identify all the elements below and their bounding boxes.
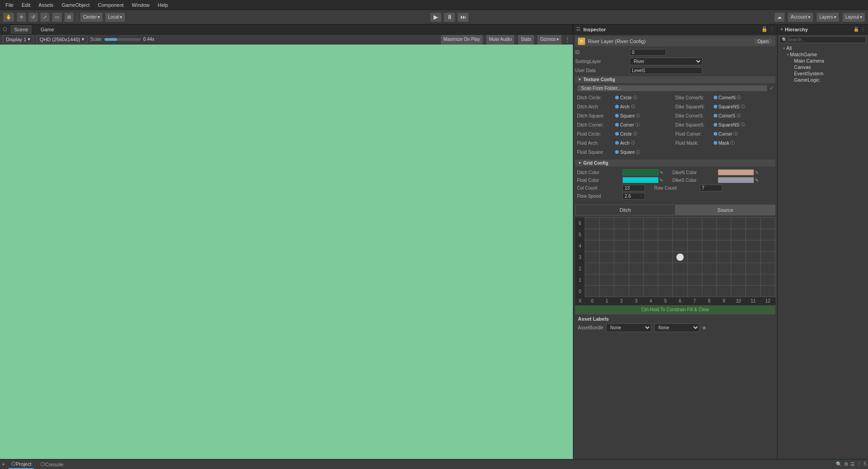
- ditch-circle-info[interactable]: ⓘ: [633, 95, 637, 101]
- grid-cell-4-12[interactable]: [760, 240, 775, 252]
- grid-cell-3-12[interactable]: [760, 252, 775, 263]
- asset-labels-icon[interactable]: ⊕: [702, 325, 706, 330]
- grid-cell-6-11[interactable]: [746, 218, 760, 229]
- grid-cell-0-1[interactable]: [600, 286, 614, 297]
- dike-squares-info[interactable]: ⓘ: [741, 122, 745, 128]
- asset-bundle-select[interactable]: None: [606, 323, 651, 332]
- id-field[interactable]: [630, 49, 666, 56]
- rect-tool[interactable]: ▭: [52, 12, 62, 22]
- play-button[interactable]: ▶: [430, 12, 442, 22]
- sortinglayer-dropdown[interactable]: River: [630, 58, 702, 65]
- grid-cell-4-2[interactable]: [614, 240, 629, 252]
- userdata-field[interactable]: [630, 67, 702, 74]
- grid-cell-3-3[interactable]: [629, 252, 643, 263]
- grid-cell-6-1[interactable]: [600, 218, 614, 229]
- ditch-arch-info[interactable]: ⓘ: [631, 104, 635, 110]
- grid-cell-1-0[interactable]: [585, 274, 599, 286]
- row-count-field[interactable]: [700, 185, 722, 191]
- grid-cell-4-3[interactable]: [629, 240, 643, 252]
- grid-cell-1-10[interactable]: [731, 274, 746, 286]
- grid-cell-2-2[interactable]: [614, 263, 629, 274]
- diken-color-pencil[interactable]: ✎: [755, 170, 759, 175]
- game-tab[interactable]: Game: [35, 27, 59, 32]
- account-btn[interactable]: Account ▾: [788, 12, 814, 22]
- grid-cell-6-5[interactable]: [658, 218, 673, 229]
- grid-cell-3-7[interactable]: [687, 252, 702, 263]
- fluid-color-swatch[interactable]: [622, 177, 659, 183]
- add-icon[interactable]: +: [2, 461, 5, 468]
- grid-cell-5-12[interactable]: [760, 229, 775, 240]
- grid-cell-5-1[interactable]: [600, 229, 614, 240]
- layout-btn[interactable]: Layout ▾: [842, 12, 865, 22]
- grid-cell-3-2[interactable]: [614, 252, 629, 263]
- project-filter-icon[interactable]: ☰: [850, 461, 855, 467]
- display-dropdown[interactable]: Display 1 ▾: [3, 35, 34, 44]
- fluid-arch-info[interactable]: ⓘ: [631, 140, 635, 146]
- texture-config-header[interactable]: ▼ Texture Config: [575, 76, 775, 83]
- dike-corners-info[interactable]: ⓘ: [737, 113, 741, 119]
- move-tool[interactable]: ✛: [16, 12, 26, 22]
- menu-help[interactable]: Help: [154, 1, 172, 9]
- hierarchy-eventsystem[interactable]: EventSystem: [779, 70, 866, 77]
- grid-cell-3-1[interactable]: [600, 252, 614, 263]
- fluid-circle-info[interactable]: ⓘ: [633, 131, 637, 137]
- grid-cell-4-4[interactable]: [643, 240, 658, 252]
- grid-cell-0-9[interactable]: [716, 286, 731, 297]
- grid-cell-2-5[interactable]: [658, 263, 673, 274]
- grid-cell-6-4[interactable]: [643, 218, 658, 229]
- grid-cell-3-11[interactable]: [746, 252, 760, 263]
- project-search-icon[interactable]: 🔍: [836, 461, 842, 467]
- grid-cell-4-10[interactable]: [731, 240, 746, 252]
- scene-canvas[interactable]: [0, 44, 573, 459]
- grid-cell-1-1[interactable]: [600, 274, 614, 286]
- fluid-mask-info[interactable]: ⓘ: [730, 140, 735, 146]
- hierarchy-gamelogic[interactable]: GameLogic: [779, 77, 866, 83]
- grid-cell-4-6[interactable]: [673, 240, 687, 252]
- grid-cell-4-8[interactable]: [702, 240, 716, 252]
- grid-cell-2-4[interactable]: [643, 263, 658, 274]
- grid-cell-6-10[interactable]: [731, 218, 746, 229]
- dike-cornern-info[interactable]: ⓘ: [737, 95, 741, 101]
- pause-button[interactable]: ⏸: [444, 12, 455, 22]
- grid-cell-2-8[interactable]: [702, 263, 716, 274]
- cloud-btn[interactable]: ☁: [774, 12, 785, 22]
- hierarchy-canvas[interactable]: Canvas: [779, 64, 866, 70]
- grid-cell-0-7[interactable]: [687, 286, 702, 297]
- grid-cell-0-11[interactable]: [746, 286, 760, 297]
- ditch-square-info[interactable]: ⓘ: [636, 113, 640, 119]
- grid-cell-1-6[interactable]: [673, 274, 687, 286]
- tab-console[interactable]: ⬡ Console: [38, 459, 66, 469]
- grid-cell-1-12[interactable]: [760, 274, 775, 286]
- grid-cell-2-11[interactable]: [746, 263, 760, 274]
- grid-cell-4-5[interactable]: [658, 240, 673, 252]
- custom-tool[interactable]: ⊞: [64, 12, 74, 22]
- grid-cell-1-11[interactable]: [746, 274, 760, 286]
- grid-cell-5-3[interactable]: [629, 229, 643, 240]
- grid-cell-3-0[interactable]: [585, 252, 599, 263]
- maximize-btn[interactable]: Maximize On Play: [440, 34, 483, 44]
- grid-cell-2-3[interactable]: [629, 263, 643, 274]
- hierarchy-menu[interactable]: ⋮: [861, 27, 865, 32]
- scene-menu-icon[interactable]: ⋮: [565, 36, 570, 43]
- ditch-color-pencil[interactable]: ✎: [660, 170, 663, 175]
- hierarchy-all[interactable]: ▾ All: [779, 45, 866, 51]
- grid-cell-6-2[interactable]: [614, 218, 629, 229]
- grid-cell-0-2[interactable]: [614, 286, 629, 297]
- grid-cell-3-4[interactable]: [643, 252, 658, 263]
- space-btn[interactable]: Local ▾: [105, 12, 125, 22]
- menu-assets[interactable]: Assets: [35, 1, 57, 9]
- grid-cell-4-11[interactable]: [746, 240, 760, 252]
- ditch-button[interactable]: Ditch: [575, 205, 676, 215]
- grid-cell-6-8[interactable]: [702, 218, 716, 229]
- scan-button[interactable]: Scan From Folder...: [577, 85, 768, 92]
- scene-tab-active[interactable]: Scene: [11, 25, 31, 34]
- tab-project[interactable]: ⬡ Project: [9, 459, 34, 469]
- pivot-btn[interactable]: Center ▾: [80, 12, 103, 22]
- hierarchy-lock[interactable]: 🔓: [853, 27, 859, 32]
- grid-cell-1-5[interactable]: [658, 274, 673, 286]
- grid-cell-1-7[interactable]: [687, 274, 702, 286]
- rotate-tool[interactable]: ↺: [28, 12, 38, 22]
- open-button[interactable]: Open: [754, 38, 773, 45]
- stats-btn[interactable]: Stats: [518, 34, 534, 44]
- dike-squaren-info[interactable]: ⓘ: [741, 104, 745, 110]
